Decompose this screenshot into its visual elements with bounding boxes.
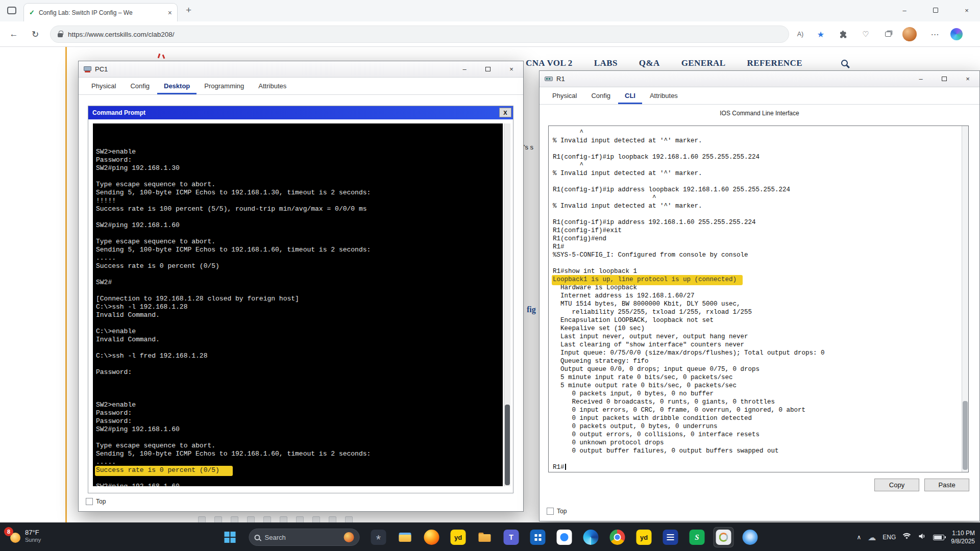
taskbar-search[interactable]: Search (249, 529, 360, 546)
folder-icon[interactable] (477, 530, 493, 545)
r1-minimize-button[interactable]: – (909, 71, 933, 87)
tab-physical[interactable]: Physical (546, 87, 583, 104)
address-bar[interactable]: https://www.certskills.com/clab208/ (50, 26, 789, 43)
pc1-terminal[interactable]: SW2>enablePassword:SW2#ping 192.168.1.30… (93, 123, 503, 486)
window-close-button[interactable]: × (955, 0, 978, 20)
terminal-line: Success rate is 0 percent (0/5) (96, 466, 503, 474)
new-tab-button[interactable]: + (186, 5, 191, 16)
yd-app-icon[interactable]: yd (451, 530, 466, 545)
photos-icon[interactable] (743, 530, 758, 545)
highlight-marker: Success rate is 0 percent (0/5) (95, 466, 233, 476)
page-editor-toolbar-partial (198, 516, 438, 522)
refresh-button[interactable]: ↻ (27, 26, 44, 43)
pc1-minimize-button[interactable]: – (453, 61, 476, 77)
copilot-icon[interactable] (950, 28, 963, 40)
nav-link-labs[interactable]: LABS (594, 58, 618, 68)
tab-desktop[interactable]: Desktop (157, 78, 197, 94)
tab-cli[interactable]: CLI (618, 87, 642, 104)
more-menu-button[interactable]: ⋯ (926, 26, 944, 43)
terminal-line: 0 packets input, 0 bytes, 0 no buffer (553, 390, 968, 398)
r1-terminal-scrollbar[interactable] (962, 126, 968, 472)
terminal-line: % Invalid input detected at '^' marker. (553, 169, 968, 178)
language-indicator[interactable]: ENG (883, 534, 896, 541)
search-icon (255, 535, 260, 540)
r1-maximize-button[interactable] (933, 71, 956, 87)
browser-essentials-icon[interactable]: ♡ (856, 26, 875, 43)
paste-button[interactable]: Paste (924, 479, 969, 491)
weather-temp: 87°F (25, 529, 41, 537)
wifi-icon[interactable] (902, 533, 911, 542)
pc-device-icon (84, 66, 91, 72)
r1-terminal[interactable]: ^% Invalid input detected at '^' marker.… (548, 126, 969, 472)
top-checkbox[interactable] (547, 508, 554, 515)
terminal-line: Sending 5, 100-byte ICMP Echos to 192.16… (96, 450, 503, 458)
tab-actions-icon[interactable] (7, 7, 16, 14)
journal-icon[interactable] (663, 530, 678, 545)
tab-attributes[interactable]: Attributes (252, 78, 293, 94)
r1-titlebar[interactable]: R1 – × (540, 71, 979, 87)
file-explorer-icon[interactable] (398, 530, 413, 545)
site-search-icon[interactable] (841, 60, 848, 66)
back-button[interactable]: ← (5, 26, 22, 43)
green-app-icon[interactable]: S (690, 530, 705, 545)
weather-widget[interactable]: 8 87°F Sunny (5, 527, 41, 544)
dark-app-icon[interactable] (371, 530, 386, 545)
pc1-maximize-button[interactable] (476, 61, 500, 77)
teams-icon[interactable] (504, 530, 519, 545)
terminal-line: 0 input packets with dribble condition d… (553, 414, 968, 422)
profile-avatar[interactable] (902, 27, 917, 41)
tab-programming[interactable]: Programming (198, 78, 251, 94)
tab-physical[interactable]: Physical (85, 78, 122, 94)
tab-config[interactable]: Config (584, 87, 617, 104)
top-checkbox[interactable] (86, 498, 93, 505)
command-prompt-window: Command Prompt X SW2>enablePassword:SW2#… (88, 106, 513, 493)
firefox-icon[interactable] (424, 530, 439, 545)
start-button[interactable] (223, 530, 238, 545)
r1-close-button[interactable]: × (956, 71, 979, 87)
collections-icon[interactable] (879, 26, 897, 43)
extensions-icon[interactable] (834, 26, 852, 43)
terminal-line (96, 377, 503, 385)
nav-link-general[interactable]: GENERAL (681, 58, 726, 68)
notification-badge: 8 (4, 527, 13, 536)
terminal-line: 0 packets output, 0 bytes, 0 underruns (553, 422, 968, 431)
chrome-icon[interactable] (610, 530, 625, 545)
tab-attributes[interactable]: Attributes (643, 87, 684, 104)
weather-sun-icon: 8 (5, 527, 20, 544)
page-text-fragment: fig (527, 305, 536, 314)
tab-close-icon[interactable]: × (168, 9, 172, 17)
nav-link-reference[interactable]: REFERENCE (747, 58, 802, 68)
terminal-line: Hardware is Loopback (553, 284, 968, 292)
nav-link-q-a[interactable]: Q&A (639, 58, 660, 68)
command-prompt-close-button[interactable]: X (499, 108, 511, 117)
battery-icon[interactable] (933, 535, 944, 540)
tray-chevron-icon[interactable]: ∧ (856, 534, 861, 541)
read-aloud-button[interactable]: A) (791, 26, 810, 43)
scrollbar-thumb[interactable] (505, 405, 510, 485)
yd-app-2-icon[interactable]: yd (636, 530, 652, 545)
speaker-icon[interactable] (918, 533, 926, 542)
packet-tracer-icon[interactable] (716, 530, 731, 545)
terminal-line: Password: (96, 156, 503, 164)
scrollbar-thumb[interactable] (963, 401, 968, 470)
pc1-titlebar[interactable]: PC1 – × (79, 61, 523, 78)
pc1-close-button[interactable]: × (500, 61, 523, 77)
command-prompt-titlebar[interactable]: Command Prompt X (88, 106, 513, 119)
terminal-line: SW2#ping 192.168.1.60 (96, 425, 503, 434)
window-minimize-button[interactable]: – (893, 0, 916, 20)
site-info-icon[interactable] (58, 33, 63, 37)
nav-link-cna-vol-2[interactable]: CNA VOL 2 (526, 58, 573, 68)
pc1-terminal-scrollbar[interactable] (504, 123, 510, 486)
clock[interactable]: 1:10 PM 9/8/2025 (951, 529, 975, 545)
terminal-line (96, 344, 503, 352)
browser-tab[interactable]: ✓ Config Lab: Switch IP Config – We × (23, 3, 178, 21)
terminal-line: 0 input errors, 0 CRC, 0 frame, 0 overru… (553, 406, 968, 414)
edge-icon[interactable] (583, 530, 599, 545)
microsoft-365-icon[interactable] (530, 530, 546, 545)
tab-config[interactable]: Config (124, 78, 156, 94)
zoom-icon[interactable] (557, 530, 572, 545)
copy-button[interactable]: Copy (874, 479, 919, 491)
window-maximize-button[interactable] (924, 0, 947, 20)
onedrive-icon[interactable]: ☁ (868, 533, 876, 542)
favorite-star-icon[interactable]: ★ (812, 26, 830, 43)
